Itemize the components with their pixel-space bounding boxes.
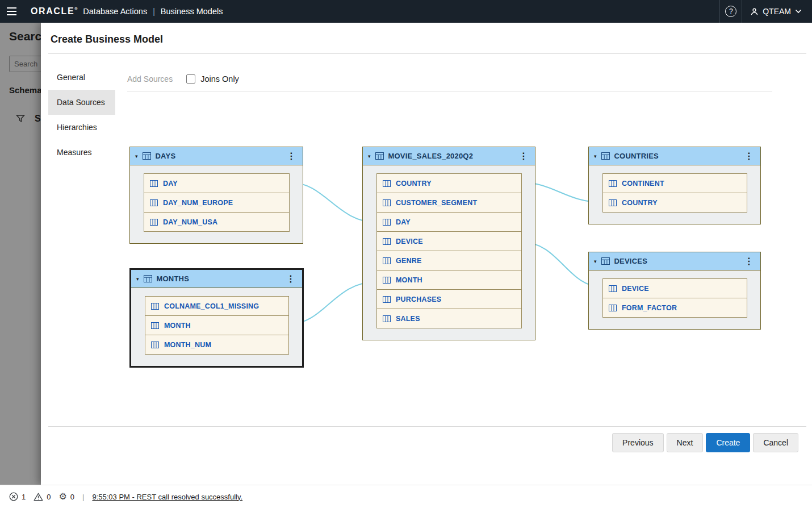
column-label: MONTH [396, 276, 422, 284]
entity-months[interactable]: ▾MONTHS⋮COLNAME_COL1_MISSINGMONTHMONTH_N… [129, 268, 304, 368]
column-label: DAY [163, 180, 178, 188]
table-icon [601, 152, 610, 160]
help-button[interactable]: ? [719, 0, 742, 23]
background-search-input[interactable] [9, 56, 41, 72]
warning-count: 0 [47, 493, 51, 501]
error-count-group[interactable]: 1 [9, 492, 26, 501]
entity-body: DEVICEFORM_FACTOR [589, 270, 760, 329]
column-row-month_num[interactable]: MONTH_NUM [145, 335, 289, 355]
collapse-icon[interactable]: ▾ [136, 276, 139, 282]
column-label: GENRE [396, 257, 421, 265]
collapse-icon[interactable]: ▾ [135, 153, 138, 159]
column-row-day[interactable]: DAY [376, 212, 522, 232]
user-menu[interactable]: QTEAM [742, 7, 812, 16]
column-row-device[interactable]: DEVICE [376, 231, 522, 251]
entity-header[interactable]: ▾MONTHS⋮ [131, 270, 302, 288]
column-label: CONTINENT [622, 180, 664, 188]
column-label: MONTH [164, 322, 191, 330]
column-label: COLNAME_COL1_MISSING [164, 302, 259, 310]
section-name: Business Models [161, 7, 223, 16]
kebab-menu-icon[interactable]: ⋮ [517, 151, 530, 161]
column-row-day_num_usa[interactable]: DAY_NUM_USA [144, 212, 290, 232]
entity-movie_sales_2020q2[interactable]: ▾MOVIE_SALES_2020Q2⋮COUNTRYCUSTOMER_SEGM… [362, 147, 535, 340]
collapse-icon[interactable]: ▾ [594, 153, 597, 159]
entity-days[interactable]: ▾DAYS⋮DAYDAY_NUM_EUROPEDAY_NUM_USA [129, 147, 303, 244]
entity-title: MOVIE_SALES_2020Q2 [388, 152, 513, 160]
process-count-group[interactable]: ⚙ 0 [58, 492, 74, 501]
error-icon [9, 492, 18, 501]
collapse-icon[interactable]: ▾ [368, 153, 371, 159]
warning-count-group[interactable]: 0 [34, 493, 51, 501]
hamburger-menu-icon[interactable] [0, 0, 24, 23]
column-row-purchases[interactable]: PURCHASES [376, 289, 522, 309]
kebab-menu-icon[interactable]: ⋮ [284, 273, 297, 284]
table-icon [375, 152, 384, 160]
entity-header[interactable]: ▾MOVIE_SALES_2020Q2⋮ [363, 147, 535, 165]
entity-title: MONTHS [157, 274, 280, 283]
column-row-continent[interactable]: CONTINENT [602, 173, 747, 193]
user-name: QTEAM [763, 7, 791, 16]
column-icon [383, 219, 391, 226]
column-row-day_num_europe[interactable]: DAY_NUM_EUROPE [144, 193, 290, 213]
entity-body: CONTINENTCOUNTRY [589, 165, 760, 224]
column-label: SALES [396, 315, 420, 323]
column-row-month[interactable]: MONTH [145, 315, 289, 335]
footer-divider [48, 426, 806, 427]
dialog-footer: Previous Next Create Cancel [612, 433, 798, 452]
kebab-menu-icon[interactable]: ⋮ [743, 151, 755, 161]
background-page: Search Schema S [0, 23, 41, 485]
breadcrumb-separator: | [153, 7, 155, 16]
next-button[interactable]: Next [667, 433, 704, 452]
entity-title: DEVICES [614, 257, 738, 265]
column-icon [151, 322, 159, 329]
model-canvas: ▾DAYS⋮DAYDAY_NUM_EUROPEDAY_NUM_USA▾MONTH… [41, 23, 812, 485]
table-icon [143, 152, 151, 160]
entity-body: COLNAME_COL1_MISSINGMONTHMONTH_NUM [131, 288, 302, 366]
kebab-menu-icon[interactable]: ⋮ [743, 256, 755, 267]
column-icon [151, 303, 159, 310]
column-row-device[interactable]: DEVICE [602, 278, 747, 298]
entity-header[interactable]: ▾DAYS⋮ [130, 147, 303, 165]
entity-header[interactable]: ▾DEVICES⋮ [589, 252, 760, 270]
kebab-menu-icon[interactable]: ⋮ [285, 151, 298, 161]
column-label: DAY [396, 218, 411, 226]
column-row-sales[interactable]: SALES [376, 309, 522, 328]
column-row-country[interactable]: COUNTRY [602, 193, 747, 213]
column-icon [383, 180, 391, 187]
table-icon [601, 257, 610, 265]
column-row-genre[interactable]: GENRE [376, 251, 522, 270]
error-count: 1 [22, 493, 26, 501]
column-icon [383, 238, 391, 245]
search-panel-title: Search [9, 30, 41, 43]
previous-button[interactable]: Previous [612, 433, 663, 452]
app-name[interactable]: Database Actions [83, 7, 147, 16]
column-row-form_factor[interactable]: FORM_FACTOR [602, 298, 747, 318]
column-icon [383, 296, 391, 303]
registered-mark: ® [74, 7, 77, 11]
column-row-month[interactable]: MONTH [376, 270, 522, 290]
entity-header[interactable]: ▾COUNTRIES⋮ [589, 147, 760, 165]
filter-icon[interactable] [16, 114, 25, 123]
entity-countries[interactable]: ▾COUNTRIES⋮CONTINENTCOUNTRY [588, 147, 761, 224]
column-icon [383, 199, 391, 206]
entity-devices[interactable]: ▾DEVICES⋮DEVICEFORM_FACTOR [588, 252, 761, 330]
column-icon [151, 342, 159, 348]
column-icon [609, 180, 617, 187]
column-label: DEVICE [622, 285, 649, 293]
column-icon [609, 285, 617, 292]
column-row-colname_col1_missing[interactable]: COLNAME_COL1_MISSING [145, 296, 289, 316]
column-icon [609, 305, 617, 311]
column-row-day[interactable]: DAY [144, 173, 290, 193]
cancel-button[interactable]: Cancel [753, 433, 798, 452]
column-label: PURCHASES [396, 295, 441, 303]
column-icon [609, 199, 617, 206]
column-row-customer_segment[interactable]: CUSTOMER_SEGMENT [376, 193, 522, 213]
top-app-bar: ORACLE® Database Actions | Business Mode… [0, 0, 812, 23]
column-label: COUNTRY [622, 199, 658, 207]
column-row-country[interactable]: COUNTRY [376, 173, 522, 193]
status-message-link[interactable]: 9:55:03 PM - REST call resolved successf… [92, 493, 242, 501]
collapse-icon[interactable]: ▾ [594, 259, 597, 264]
column-icon [383, 277, 391, 284]
create-button[interactable]: Create [706, 433, 750, 452]
entity-body: COUNTRYCUSTOMER_SEGMENTDAYDEVICEGENREMON… [363, 165, 535, 340]
